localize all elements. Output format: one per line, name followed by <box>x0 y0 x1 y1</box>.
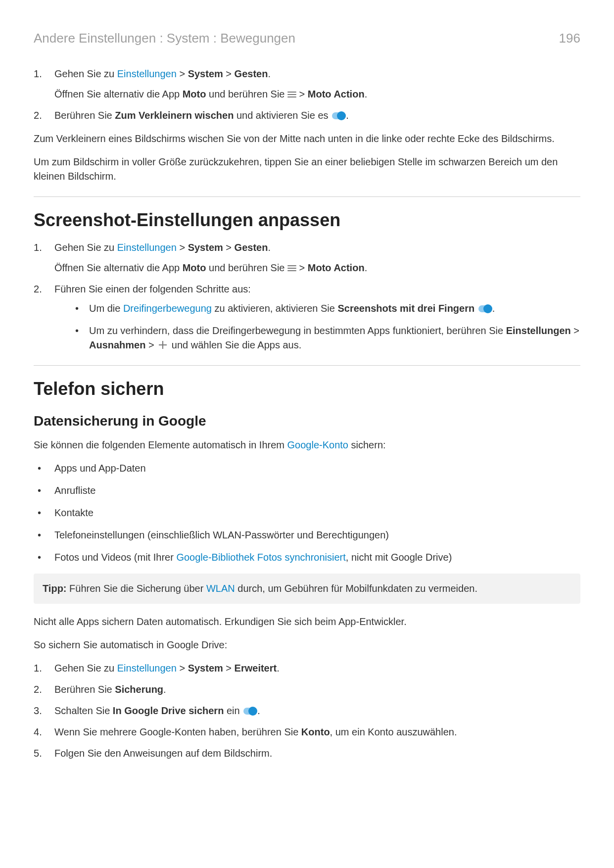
list-item: Führen Sie einen der folgenden Schritte … <box>34 282 580 352</box>
text: sichern: <box>348 439 386 450</box>
bold-text: Erweitert <box>235 663 277 674</box>
bold-text: Gesten <box>235 242 268 253</box>
bold-text: Ausnahmen <box>89 339 145 350</box>
text: . <box>277 663 280 674</box>
text: . <box>268 68 271 79</box>
text: Berühren Sie <box>54 110 115 121</box>
text: Berühren Sie <box>54 684 115 695</box>
backup-list: Apps und App-Daten Anrufliste Kontakte T… <box>34 461 580 565</box>
sub-bullets: Um die Dreifingerbewegung zu aktivieren,… <box>54 301 580 352</box>
text: Gehen Sie zu <box>54 242 117 253</box>
text: Gehen Sie zu <box>54 68 117 79</box>
google-account-link[interactable]: Google-Konto <box>287 439 348 450</box>
paragraph: Nicht alle Apps sichern Daten automatisc… <box>34 615 580 629</box>
toggle-on-icon <box>243 708 256 715</box>
list-item: Telefoneinstellungen (einschließlich WLA… <box>34 528 580 542</box>
text: und berühren Sie <box>206 89 287 99</box>
divider <box>34 365 580 366</box>
list-item: Fotos und Videos (mit Ihrer Google-Bibli… <box>34 550 580 565</box>
list-item: Gehen Sie zu Einstellungen > System > Er… <box>34 661 580 675</box>
list-item: Anrufliste <box>34 483 580 498</box>
bold-text: Moto <box>183 89 206 99</box>
text: , nicht mit Google Drive) <box>346 552 452 563</box>
tip-box: Tipp: Führen Sie die Sicherung über WLAN… <box>34 574 580 604</box>
sub-heading: Datensicherung in Google <box>34 413 580 429</box>
list-item: Um die Dreifingerbewegung zu aktivieren,… <box>54 301 580 316</box>
bold-text: System <box>188 663 223 674</box>
plus-icon <box>159 341 167 349</box>
text: Öffnen Sie alternativ die App <box>54 89 183 99</box>
text: > <box>177 68 188 79</box>
drive-steps: Gehen Sie zu Einstellungen > System > Er… <box>34 661 580 761</box>
list-item: Gehen Sie zu Einstellungen > System > Ge… <box>34 241 580 275</box>
text: Schalten Sie <box>54 705 113 716</box>
bold-text: System <box>188 68 223 79</box>
page-header: Andere Einstellungen : System : Bewegung… <box>34 31 580 46</box>
text: Um zu verhindern, dass die Dreifingerbew… <box>89 325 506 336</box>
text: > <box>223 68 235 79</box>
bold-text: Screenshots mit drei Fingern <box>337 303 474 314</box>
text: Um die <box>89 303 123 314</box>
settings-link[interactable]: Einstellungen <box>117 242 177 253</box>
sec1-steps: Gehen Sie zu Einstellungen > System > Ge… <box>34 241 580 352</box>
text: durch, um Gebühren für Mobilfunkdaten zu… <box>235 583 477 594</box>
text: ein <box>224 705 242 716</box>
three-finger-link[interactable]: Dreifingerbewegung <box>123 303 212 314</box>
sub-text: Öffnen Sie alternativ die App Moto und b… <box>54 87 580 101</box>
list-item: Gehen Sie zu Einstellungen > System > Ge… <box>34 67 580 101</box>
text: . <box>163 684 166 695</box>
settings-link[interactable]: Einstellungen <box>117 68 177 79</box>
list-item: Wenn Sie mehrere Google-Konten haben, be… <box>34 725 580 739</box>
bold-text: System <box>188 242 223 253</box>
bold-text: In Google Drive sichern <box>113 705 224 716</box>
text: > <box>571 325 579 336</box>
bold-text: Einstellungen <box>506 325 571 336</box>
text: Sie können die folgenden Elemente automa… <box>34 439 287 450</box>
list-item: Kontakte <box>34 506 580 520</box>
text: . <box>257 705 260 716</box>
list-item: Berühren Sie Zum Verkleinern wischen und… <box>34 108 580 123</box>
text: und wählen Sie die Apps aus. <box>169 339 301 350</box>
paragraph: Um zum Bildschirm in voller Größe zurück… <box>34 155 580 184</box>
bold-text: Zum Verkleinern wischen <box>115 110 234 121</box>
text: > <box>145 339 157 350</box>
text: , um ein Konto auszuwählen. <box>330 726 457 737</box>
text: Fotos und Videos (mit Ihrer <box>54 552 176 563</box>
page-number: 196 <box>559 31 580 46</box>
menu-icon <box>287 264 296 273</box>
text: > <box>177 663 188 674</box>
bold-text: Moto Action <box>308 262 365 273</box>
text: > <box>223 663 235 674</box>
breadcrumb: Andere Einstellungen : System : Bewegung… <box>34 31 295 46</box>
list-item: Um zu verhindern, dass die Dreifingerbew… <box>54 324 580 352</box>
text: > <box>296 89 308 99</box>
google-photos-link[interactable]: Google-Bibliothek Fotos synchronisiert <box>176 552 345 563</box>
tip-label: Tipp: <box>43 583 67 594</box>
paragraph: Zum Verkleinern eines Bildschirms wische… <box>34 132 580 146</box>
bold-text: Konto <box>301 726 330 737</box>
section-heading: Screenshot-Einstellungen anpassen <box>34 210 580 231</box>
text: . <box>492 303 495 314</box>
paragraph: So sichern Sie automatisch in Google Dri… <box>34 638 580 652</box>
bold-text: Sicherung <box>115 684 163 695</box>
menu-icon <box>287 90 296 99</box>
section-heading: Telefon sichern <box>34 379 580 399</box>
text: . <box>365 89 368 99</box>
intro-steps: Gehen Sie zu Einstellungen > System > Ge… <box>34 67 580 123</box>
toggle-on-icon <box>478 305 491 312</box>
text: . <box>346 110 349 121</box>
text: und aktivieren Sie es <box>234 110 331 121</box>
paragraph: Sie können die folgenden Elemente automa… <box>34 438 580 452</box>
text: . <box>365 262 368 273</box>
text: > <box>223 242 235 253</box>
wlan-link[interactable]: WLAN <box>206 583 235 594</box>
text: zu aktivieren, aktivieren Sie <box>212 303 338 314</box>
list-item: Schalten Sie In Google Drive sichern ein… <box>34 704 580 718</box>
text: Führen Sie einen der folgenden Schritte … <box>54 284 251 294</box>
list-item: Apps und App-Daten <box>34 461 580 476</box>
sub-text: Öffnen Sie alternativ die App Moto und b… <box>54 261 580 275</box>
settings-link[interactable]: Einstellungen <box>117 663 177 674</box>
bold-text: Gesten <box>235 68 268 79</box>
text: > <box>177 242 188 253</box>
toggle-on-icon <box>332 112 345 119</box>
